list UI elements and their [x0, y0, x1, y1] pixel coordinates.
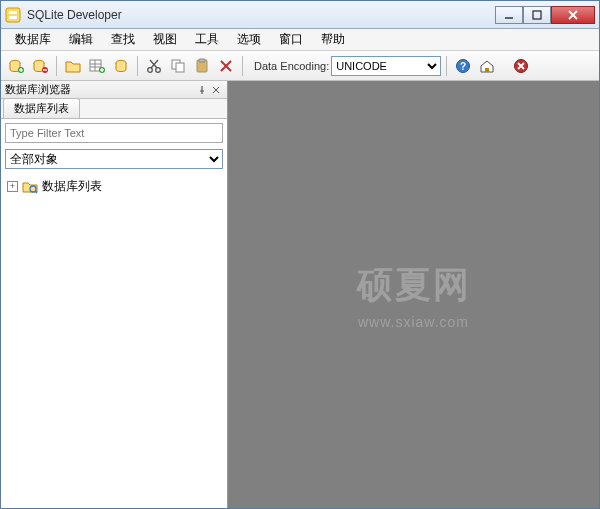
- tree-root-label: 数据库列表: [42, 178, 102, 195]
- help-button[interactable]: ?: [452, 55, 474, 77]
- folder-search-icon: [22, 179, 38, 195]
- pin-icon[interactable]: [195, 83, 209, 97]
- window-buttons: [495, 6, 595, 24]
- panel-close-icon[interactable]: [209, 83, 223, 97]
- svg-line-24: [151, 60, 158, 68]
- toolbar: Data Encoding: UNICODE ?: [1, 51, 599, 81]
- delete-button[interactable]: [215, 55, 237, 77]
- copy-button[interactable]: [167, 55, 189, 77]
- new-table-button[interactable]: [86, 55, 108, 77]
- menubar: 数据库 编辑 查找 视图 工具 选项 窗口 帮助: [1, 29, 599, 51]
- svg-point-23: [156, 67, 161, 72]
- menu-search[interactable]: 查找: [103, 29, 143, 50]
- svg-rect-29: [199, 59, 205, 62]
- minimize-button[interactable]: [495, 6, 523, 24]
- svg-rect-34: [485, 68, 489, 72]
- expand-icon[interactable]: +: [7, 181, 18, 192]
- stop-button[interactable]: [510, 55, 532, 77]
- paste-button[interactable]: [191, 55, 213, 77]
- remove-db-button[interactable]: [29, 55, 51, 77]
- open-folder-button[interactable]: [62, 55, 84, 77]
- scope-row: 全部对象: [5, 149, 223, 169]
- tree-view[interactable]: + 数据库列表: [1, 173, 227, 508]
- titlebar: SQLite Developer: [1, 1, 599, 29]
- watermark-title: 硕夏网: [357, 260, 471, 309]
- menu-view[interactable]: 视图: [145, 29, 185, 50]
- filter-box: [5, 123, 223, 143]
- svg-rect-27: [176, 63, 184, 72]
- menu-help[interactable]: 帮助: [313, 29, 353, 50]
- sidebar-panel: 数据库浏览器 数据库列表 全部对象 + 数据库列表: [1, 81, 228, 508]
- content-area: 数据库浏览器 数据库列表 全部对象 + 数据库列表: [1, 81, 599, 508]
- sidebar-tabs: 数据库列表: [1, 99, 227, 119]
- cut-button[interactable]: [143, 55, 165, 77]
- svg-rect-4: [533, 11, 541, 19]
- app-window: SQLite Developer 数据库 编辑 查找 视图 工具 选项 窗口 帮…: [0, 0, 600, 509]
- tree-root-item[interactable]: + 数据库列表: [7, 177, 221, 196]
- maximize-button[interactable]: [523, 6, 551, 24]
- svg-line-25: [150, 60, 157, 68]
- new-db-button[interactable]: [5, 55, 27, 77]
- svg-rect-1: [9, 11, 17, 14]
- tab-db-list[interactable]: 数据库列表: [3, 98, 80, 118]
- toolbar-separator: [56, 56, 57, 76]
- toolbar-separator: [242, 56, 243, 76]
- menu-edit[interactable]: 编辑: [61, 29, 101, 50]
- toolbar-separator: [446, 56, 447, 76]
- watermark-url: www.sxiaw.com: [357, 313, 471, 329]
- svg-point-22: [148, 67, 153, 72]
- menu-database[interactable]: 数据库: [7, 29, 59, 50]
- svg-rect-0: [6, 8, 20, 22]
- app-icon: [5, 7, 21, 23]
- menu-tools[interactable]: 工具: [187, 29, 227, 50]
- filter-input[interactable]: [5, 123, 223, 143]
- db-settings-button[interactable]: [110, 55, 132, 77]
- menu-window[interactable]: 窗口: [271, 29, 311, 50]
- menu-options[interactable]: 选项: [229, 29, 269, 50]
- home-button[interactable]: [476, 55, 498, 77]
- svg-rect-2: [9, 16, 17, 19]
- close-button[interactable]: [551, 6, 595, 24]
- panel-title-text: 数据库浏览器: [5, 82, 71, 97]
- window-title: SQLite Developer: [27, 8, 495, 22]
- watermark: 硕夏网 www.sxiaw.com: [357, 260, 471, 329]
- scope-select[interactable]: 全部对象: [5, 149, 223, 169]
- encoding-label: Data Encoding:: [254, 60, 329, 72]
- toolbar-separator: [137, 56, 138, 76]
- svg-text:?: ?: [460, 61, 466, 72]
- main-area: 硕夏网 www.sxiaw.com: [228, 81, 599, 508]
- panel-header: 数据库浏览器: [1, 81, 227, 99]
- encoding-select[interactable]: UNICODE: [331, 56, 441, 76]
